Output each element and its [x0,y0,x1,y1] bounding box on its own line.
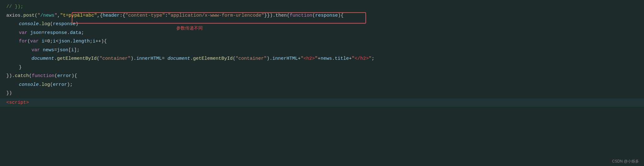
var-keyword-1: var [19,29,27,37]
code-line-7: document.getElementById("container").inn… [0,54,644,63]
title-prop: title [335,55,349,63]
code-line-5: for(var i=0;i<json.length;i++){ [0,37,644,46]
innerhtml-prop-1: innerHTML [136,55,162,63]
code-line-12: <script> [0,98,644,107]
for-keyword: for [19,37,27,46]
length-prop: length [73,37,90,46]
content-type-val: "application/x-www-form-urlencode" [168,12,264,20]
annotation-label: 参数传递不同 [176,25,203,32]
script-tag: <script> [6,99,29,107]
function-keyword-2: function [32,72,54,80]
h2-open-tag: <h2> [303,55,315,63]
response-obj: response [44,29,67,37]
catch-method: catch [15,72,29,80]
h2-close-tag: </h2> [354,55,369,63]
getelementbyid-2: getElementById [193,55,233,63]
console-obj-2: console [19,81,39,89]
code-line-10: console.log(error); [0,80,644,89]
i-var: i [42,37,44,46]
then-keyword: then [275,12,287,20]
comment-text: // }); [6,3,23,11]
json-var: json [30,29,42,37]
content-type-key: "content-type" [125,12,165,20]
var-keyword-2: var [30,37,39,46]
url-string: " [37,12,40,20]
getelementbyid-1: getElementById [57,55,97,63]
params-string: "t=pyp&l=abc" [60,12,97,20]
function-keyword: function [290,12,312,20]
code-line-6: var news=json[i]; [0,46,644,55]
code-line-2: 参数传递不同 axios.post("/news","t=pyp&l=abc",… [0,11,644,20]
log-method-2: log [42,81,50,89]
watermark-text: CSDN @小烁多 [612,159,639,164]
code-block: // }); 参数传递不同 axios.post("/news","t=pyp&… [0,0,644,109]
code-line-3: console.log(response) [0,20,644,29]
code-line-11: }) [0,89,644,98]
code-line-1: // }); [0,3,644,11]
code-line-8: } [0,63,644,72]
innerhtml-prop-2: innerHTML [272,55,298,63]
header-prop: header [103,12,120,20]
document-obj-1: document [31,55,54,63]
url-path: /news [40,12,54,20]
response-arg: response [53,20,76,28]
json-arr: json [57,46,68,54]
code-line-4: var json=response.data; [0,29,644,37]
console-obj: console [19,20,39,28]
log-method: log [42,20,50,28]
var-keyword-3: var [31,46,40,54]
axios-obj: axios. [6,12,23,20]
code-line-9: }).catch(function(error){ [0,72,644,80]
response-param: response [315,12,338,20]
error-param: error [57,72,71,80]
post-method: post [23,12,35,20]
document-obj-2: document [167,55,190,63]
news-var: news [43,46,54,54]
data-prop: data [70,29,81,37]
error-arg: error [53,81,67,89]
